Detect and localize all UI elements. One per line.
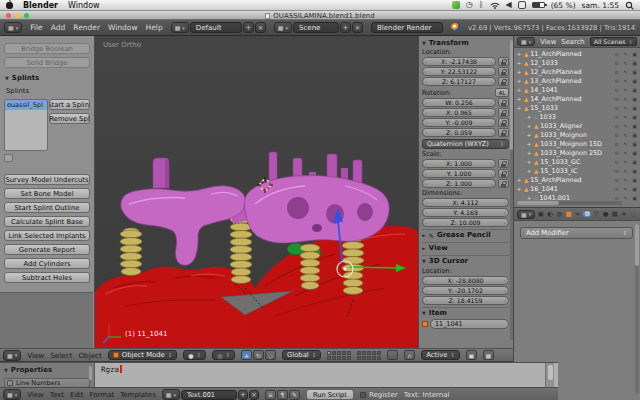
line-numbers-toggle[interactable]: Line Numbers bbox=[4, 378, 90, 387]
properties-editor-button[interactable]: ▦ bbox=[517, 210, 535, 219]
physics-tab-icon[interactable]: ◌ bbox=[630, 211, 637, 218]
viewport-canvas[interactable] bbox=[95, 36, 418, 348]
menubar-clock[interactable]: sam. 1:55 bbox=[582, 1, 619, 10]
outliner-menu-search[interactable]: Search bbox=[561, 38, 584, 46]
grease-pencil-section[interactable]: ✎Grease Pencil bbox=[422, 229, 509, 240]
text-menu-view[interactable]: View bbox=[27, 391, 44, 399]
eye-icon[interactable]: ⊙ bbox=[613, 114, 620, 120]
battery-icon[interactable] bbox=[532, 2, 545, 8]
expand-icon[interactable]: + bbox=[516, 51, 522, 57]
renderable-icon[interactable]: ▣ bbox=[631, 78, 638, 84]
rotation-4l-lock-button[interactable]: 4L bbox=[495, 88, 509, 97]
outliner-row[interactable]: +▲14_ArchPlanned⊙↖▣ bbox=[516, 94, 638, 103]
expand-icon[interactable]: + bbox=[516, 69, 522, 75]
expand-icon[interactable]: + bbox=[516, 105, 522, 111]
outliner-row[interactable]: +▲12_1033⊙↖▣ bbox=[516, 58, 638, 67]
menu-add[interactable]: Add bbox=[51, 23, 66, 32]
renderable-icon[interactable]: ▣ bbox=[631, 141, 638, 147]
list-resize-grip[interactable] bbox=[4, 154, 13, 162]
menu-extra-icon[interactable] bbox=[452, 1, 460, 9]
solid-bridge-button[interactable]: Solid Bridge bbox=[4, 57, 90, 68]
cursor-x-field[interactable]: X: -28.8080 bbox=[422, 276, 509, 285]
object-name-field[interactable]: 11_1041 bbox=[430, 319, 509, 329]
selectable-icon[interactable]: ↖ bbox=[622, 114, 629, 120]
eye-icon[interactable]: ⊙ bbox=[613, 150, 620, 156]
cursor-y-field[interactable]: Y: -20.1702 bbox=[422, 286, 509, 295]
window-titlebar[interactable]: OUASSILAMINA.blend1.blend bbox=[0, 11, 640, 20]
rotation-w-field[interactable]: W: 0.256 bbox=[422, 98, 496, 107]
selectable-icon[interactable]: ↖ bbox=[622, 186, 629, 192]
eye-icon[interactable]: ⊙ bbox=[613, 177, 620, 183]
eye-icon[interactable]: ⊙ bbox=[613, 78, 620, 84]
toggle-line-numbers-button[interactable]: ≡ bbox=[265, 390, 276, 400]
constraints-tab-icon[interactable]: ∞ bbox=[574, 211, 581, 218]
renderable-icon[interactable]: ▣ bbox=[631, 177, 638, 183]
renderable-icon[interactable]: ▣ bbox=[631, 51, 638, 57]
eye-icon[interactable]: ⊙ bbox=[613, 141, 620, 147]
orientation-select[interactable]: Global bbox=[282, 350, 321, 360]
text-menu-edit[interactable]: Edit bbox=[70, 391, 84, 399]
lock-rotation-x-button[interactable] bbox=[498, 108, 509, 117]
volume-icon[interactable]: ◀ bbox=[506, 1, 512, 9]
view-section[interactable]: View bbox=[422, 242, 509, 253]
lock-scale-z-button[interactable] bbox=[498, 179, 509, 188]
outliner-row[interactable]: +▲15_1033⊙↖▣ bbox=[516, 103, 638, 112]
renderable-icon[interactable]: ▣ bbox=[631, 87, 638, 93]
rotation-mode-select[interactable]: Quaternion (WXYZ) bbox=[422, 139, 509, 149]
wifi-icon[interactable] bbox=[490, 1, 500, 9]
renderable-icon[interactable]: ▣ bbox=[631, 195, 638, 201]
outliner-row[interactable]: +▲1033_Aligner⊙↖▣ bbox=[516, 121, 638, 130]
add-cylinders-button[interactable]: Add Cylinders bbox=[4, 258, 90, 269]
expand-icon[interactable]: + bbox=[526, 168, 532, 174]
outliner-row[interactable]: +▲16_1041⊙↖▣ bbox=[516, 184, 638, 193]
expand-icon[interactable]: + bbox=[526, 123, 532, 129]
manipulator-scale-button[interactable]: ◇ bbox=[265, 350, 276, 360]
transform-panel-header[interactable]: Transform bbox=[422, 38, 509, 47]
outliner-hscrollbar[interactable] bbox=[517, 201, 622, 205]
eye-icon[interactable]: ⊙ bbox=[613, 186, 620, 192]
outliner-row[interactable]: +▲15_1033_GC⊙↖▣ bbox=[516, 157, 638, 166]
selectable-icon[interactable]: ↖ bbox=[622, 78, 629, 84]
text-datablock-field[interactable]: Text.001 bbox=[181, 390, 237, 400]
outliner-row[interactable]: +▲1033_Moignon 15D⊙↖▣ bbox=[516, 139, 638, 148]
selectable-icon[interactable]: ↖ bbox=[622, 123, 629, 129]
rotation-y-field[interactable]: Y: -0.009 bbox=[422, 118, 496, 127]
bluetooth-icon[interactable]: ᛒ bbox=[479, 1, 484, 9]
lock-scale-y-button[interactable] bbox=[498, 169, 509, 178]
snap-magnet-button[interactable]: ∩ bbox=[404, 350, 415, 360]
selectable-icon[interactable]: ↖ bbox=[622, 96, 629, 102]
location-z-field[interactable]: Z: 6.17127 bbox=[422, 77, 496, 86]
scale-x-field[interactable]: X: 1.000 bbox=[422, 159, 496, 168]
eye-icon[interactable]: ⊙ bbox=[613, 123, 620, 129]
apple-menu-icon[interactable] bbox=[6, 2, 13, 9]
opengl-render-anim-button[interactable]: ▦ bbox=[483, 350, 494, 360]
object-tab-icon[interactable]: ■ bbox=[565, 211, 572, 218]
object-data-tab-icon[interactable]: ▽ bbox=[593, 211, 600, 218]
text-properties-scrollbar[interactable] bbox=[89, 366, 92, 380]
text-menu-text[interactable]: Text bbox=[50, 391, 64, 399]
scale-z-field[interactable]: Z: 1.000 bbox=[422, 179, 496, 188]
outliner-row[interactable]: +▲1033_Moignon⊙↖▣ bbox=[516, 130, 638, 139]
selectable-icon[interactable]: ↖ bbox=[622, 51, 629, 57]
outliner-row[interactable]: +▲13_ArchPlanned⊙↖▣ bbox=[516, 76, 638, 85]
renderable-icon[interactable]: ▣ bbox=[631, 132, 638, 138]
splints-panel-header[interactable]: Splints bbox=[5, 74, 89, 82]
layers-grid-1[interactable] bbox=[327, 351, 351, 360]
texture-tab-icon[interactable]: ▦ bbox=[611, 211, 618, 218]
expand-icon[interactable]: + bbox=[516, 60, 522, 66]
selectable-icon[interactable]: ↖ bbox=[622, 132, 629, 138]
lock-rotation-w-button[interactable] bbox=[498, 98, 509, 107]
mode-select[interactable]: Object Mode bbox=[108, 350, 177, 360]
expand-icon[interactable]: + bbox=[526, 141, 532, 147]
splint-list-item[interactable]: ouassil_Spl bbox=[5, 100, 47, 110]
eye-icon[interactable]: ⊙ bbox=[613, 105, 620, 111]
snap-target-select[interactable]: Active bbox=[421, 350, 460, 360]
expand-icon[interactable]: + bbox=[526, 114, 532, 120]
renderable-icon[interactable]: ▣ bbox=[631, 96, 638, 102]
close-layout-button[interactable]: × bbox=[255, 22, 266, 33]
selectable-icon[interactable]: ↖ bbox=[622, 141, 629, 147]
selectable-icon[interactable]: ↖ bbox=[622, 105, 629, 111]
toggle-syntax-highlight-button[interactable]: ✎ bbox=[289, 390, 300, 400]
subtract-holes-button[interactable]: Subtract Holes bbox=[4, 272, 90, 283]
outliner-menu-view[interactable]: View bbox=[540, 38, 556, 46]
